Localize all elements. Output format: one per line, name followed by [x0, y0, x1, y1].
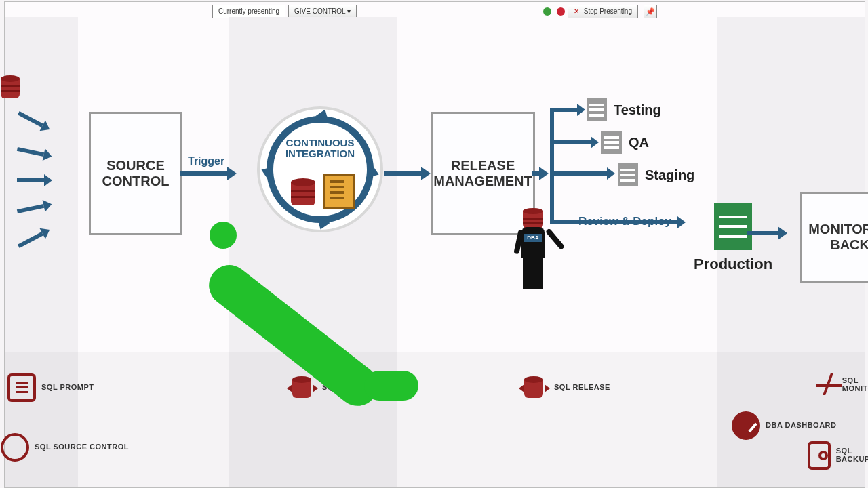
- stop-presenting-button[interactable]: ✕ Stop Presenting: [568, 5, 638, 18]
- env-qa: QA: [601, 131, 649, 154]
- env-label: QA: [629, 135, 649, 150]
- arrow-icon: [384, 171, 421, 176]
- tool-sql-source-control: SQL SOURCE CONTROL: [1, 433, 129, 462]
- tool-label: DBA DASHBOARD: [766, 422, 836, 430]
- annotation-dot: [210, 222, 237, 249]
- env-production: Production: [694, 203, 772, 273]
- env-label: Staging: [645, 167, 694, 183]
- tool-sql-prompt: SQL PROMPT: [7, 373, 94, 402]
- env-label: Production: [694, 256, 772, 273]
- annotation-stroke: [364, 371, 418, 401]
- prompt-icon: [7, 373, 36, 402]
- node-label: MONITORING & BACKUP: [802, 222, 868, 253]
- server-icon: [587, 98, 607, 121]
- arrow-icon: [550, 171, 607, 176]
- tool-strip: SQL PROMPT SQL SOURCE CONTROL SQL CI SQL…: [5, 352, 865, 487]
- pin-toolbar-button[interactable]: 📌: [644, 5, 657, 18]
- tool-dba-dashboard: DBA DASHBOARD: [732, 411, 836, 440]
- dba-tag: DBA: [524, 234, 542, 242]
- review-deploy-label: Review & Deploy: [578, 215, 671, 228]
- scripts-icon: [323, 174, 355, 209]
- env-staging: Staging: [618, 163, 694, 186]
- source-control-icon: [1, 433, 29, 462]
- server-icon: [601, 131, 622, 154]
- ci-label-line1: CONTINUOUS: [257, 138, 383, 148]
- presenter-toolbar-left: Currently presenting GIVE CONTROL ▾: [212, 5, 359, 18]
- tool-sql-release: SQL RELEASE: [520, 373, 610, 402]
- node-continuous-integration: CONTINUOUS INTEGRATION: [257, 106, 383, 232]
- stop-presenting-label: Stop Presenting: [584, 7, 632, 15]
- node-monitoring-backup: MONITORING & BACKUP: [800, 192, 868, 283]
- presenting-status: Currently presenting: [212, 5, 285, 18]
- arrow-icon: [747, 231, 778, 235]
- trigger-label: Trigger: [188, 155, 224, 167]
- give-control-label: GIVE CONTROL: [294, 7, 345, 15]
- status-indicator-icon: [543, 7, 551, 16]
- dba-person-icon: DBA: [515, 208, 551, 289]
- tool-label: SQL PROMPT: [41, 384, 94, 392]
- presenter-toolbar-right: ✕ Stop Presenting 📌: [540, 5, 657, 18]
- arrow-icon: [550, 140, 591, 144]
- ci-icon: [288, 373, 317, 402]
- gauge-icon: [732, 411, 760, 440]
- node-source-control: SOURCE CONTROL: [89, 112, 182, 235]
- ci-arrow-ring: [267, 116, 374, 223]
- env-label: Testing: [614, 102, 661, 118]
- arrow-icon: [17, 178, 44, 182]
- arrow-icon: [180, 171, 227, 176]
- presentation-stage: Currently presenting GIVE CONTROL ▾ ✕ St…: [4, 1, 865, 488]
- ci-label-line2: INTEGRATION: [257, 148, 383, 159]
- arrow-stub: [532, 171, 539, 176]
- monitor-icon: [814, 371, 837, 399]
- arrow-icon: [550, 108, 577, 112]
- env-testing: Testing: [587, 98, 661, 121]
- tool-label: SQL SOURCE CONTROL: [35, 443, 129, 451]
- node-label: CONTINUOUS INTEGRATION: [257, 138, 383, 159]
- database-icon: [1, 75, 20, 98]
- database-icon: [291, 178, 315, 205]
- release-icon: [520, 373, 549, 402]
- database-icon: [523, 208, 543, 228]
- server-icon: [714, 203, 752, 250]
- tool-label: SQL RELEASE: [554, 384, 610, 392]
- branch-trunk: [550, 108, 554, 224]
- recording-indicator-icon: [557, 7, 565, 16]
- server-icon: [618, 163, 638, 186]
- tool-sql-monitor: SQL MONITOR: [814, 371, 868, 399]
- tool-sql-backup: SQL BACKUP: [808, 441, 868, 470]
- give-control-button[interactable]: GIVE CONTROL ▾: [288, 5, 357, 18]
- tool-label: SQL MONITOR: [842, 377, 868, 392]
- node-label: RELEASE MANAGEMENT: [433, 158, 533, 189]
- tool-label: SQL BACKUP: [836, 447, 868, 463]
- close-icon: ✕: [574, 7, 579, 15]
- node-label: SOURCE CONTROL: [91, 158, 180, 189]
- backup-icon: [808, 441, 831, 470]
